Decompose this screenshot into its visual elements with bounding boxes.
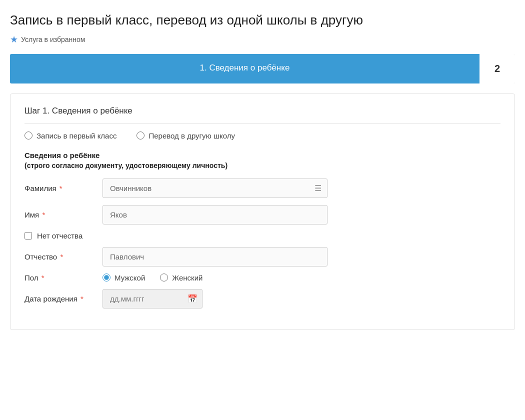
first-name-label: Имя * [24, 210, 94, 219]
no-patronymic-checkbox[interactable] [24, 232, 32, 240]
gender-male-input[interactable] [102, 274, 110, 282]
birth-date-label: Дата рождения * [24, 294, 94, 303]
patronymic-row: Отчество * [24, 247, 500, 266]
gender-female-label: Женский [172, 274, 202, 282]
last-name-input[interactable] [102, 178, 328, 198]
patronymic-label: Отчество * [24, 252, 94, 261]
last-name-input-wrapper: ☰ [102, 178, 328, 198]
patronymic-required: * [58, 252, 63, 261]
radio-transfer-label: Перевод в другую школу [148, 132, 235, 140]
first-name-row: Имя * [24, 205, 500, 224]
step-active[interactable]: 1. Сведения о ребёнке [10, 54, 480, 84]
step-next-number[interactable]: 2 [480, 54, 515, 84]
favorite-label: Услуга в избранном [21, 36, 85, 44]
calendar-icon: 📅 [188, 294, 198, 304]
gender-female-option[interactable]: Женский [160, 274, 202, 282]
no-patronymic-row: Нет отчества [24, 232, 500, 240]
patronymic-input[interactable] [102, 247, 328, 266]
page-wrapper: Запись в первый класс, перевод из одной … [0, 0, 525, 420]
radio-first-class-label: Запись в первый класс [36, 132, 116, 140]
form-card: Шаг 1. Сведения о ребёнке Запись в первы… [10, 94, 515, 330]
birth-date-required: * [78, 294, 84, 303]
gender-male-label: Мужской [114, 274, 145, 282]
radio-transfer[interactable]: Перевод в другую школу [136, 132, 235, 140]
last-name-row: Фамилия * ☰ [24, 178, 500, 198]
radio-first-class[interactable]: Запись в первый класс [24, 132, 116, 140]
service-type-radio-group: Запись в первый класс Перевод в другую ш… [24, 132, 500, 140]
form-section-title: Шаг 1. Сведения о ребёнке [24, 106, 500, 124]
child-info-subtitle: (строго согласно документу, удостоверяющ… [24, 162, 500, 170]
radio-first-class-input[interactable] [24, 132, 32, 140]
gender-label: Пол * [24, 274, 94, 282]
last-name-required: * [58, 184, 62, 192]
gender-radio-group: Мужской Женский [102, 274, 202, 282]
no-patronymic-label: Нет отчества [37, 232, 82, 240]
favorite-row[interactable]: ★ Услуга в избранном [10, 34, 515, 45]
radio-transfer-input[interactable] [136, 132, 144, 140]
star-icon: ★ [10, 34, 18, 45]
gender-female-input[interactable] [160, 274, 168, 282]
last-name-label: Фамилия * [24, 184, 94, 192]
gender-required: * [40, 274, 44, 282]
gender-row: Пол * Мужской Женский [24, 274, 500, 282]
page-title: Запись в первый класс, перевод из одной … [10, 12, 515, 29]
first-name-required: * [40, 210, 45, 219]
birth-date-row: Дата рождения * 📅 [24, 289, 500, 308]
gender-male-option[interactable]: Мужской [102, 274, 145, 282]
first-name-input[interactable] [102, 205, 328, 224]
birth-date-input-wrapper: 📅 [102, 289, 202, 308]
steps-bar: 1. Сведения о ребёнке 2 [10, 54, 515, 84]
child-info-title: Сведения о ребёнке [24, 151, 500, 160]
